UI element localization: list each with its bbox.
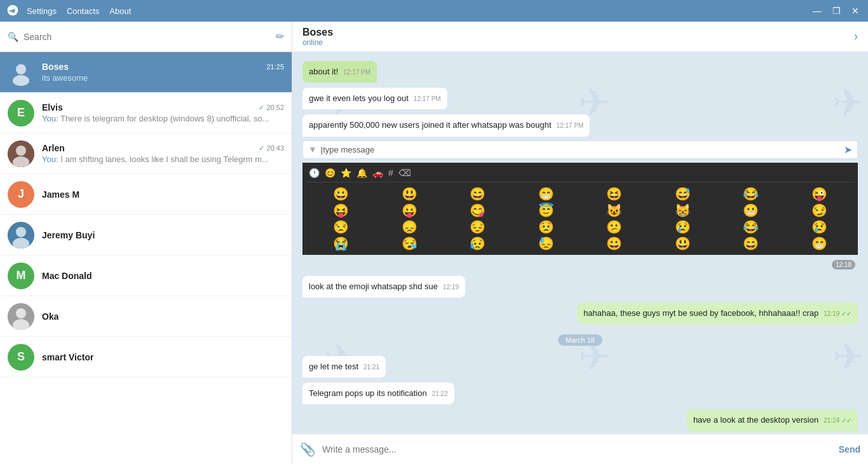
emoji-bell-icon[interactable]: 🔔 — [356, 168, 367, 178]
emoji-item[interactable]: 😏 — [786, 203, 853, 218]
emoji-item[interactable]: 😆 — [581, 186, 648, 201]
about-menu[interactable]: About — [109, 6, 131, 16]
message-time: 12:17 PM — [557, 122, 584, 129]
contact-time: ✓20:43 — [259, 144, 284, 153]
contact-header: Elvis ✓20:52 — [42, 102, 284, 113]
app-logo — [6, 4, 19, 18]
message-bubble: Telegram pops up its notification21:22 — [302, 383, 454, 404]
emoji-item[interactable]: 😃 — [649, 236, 717, 251]
chat-info-arrow[interactable]: › — [854, 30, 858, 43]
emoji-item[interactable]: 😥 — [444, 236, 512, 251]
emoji-item[interactable]: 😄 — [444, 186, 512, 201]
contact-header: Arlen ✓20:43 — [42, 143, 284, 153]
check-icon: ✓ — [259, 144, 264, 152]
emoji-item[interactable]: 😕 — [581, 219, 648, 235]
emoji-star-icon[interactable]: ⭐ — [341, 168, 351, 178]
message-time: 12:19 — [443, 283, 459, 290]
emoji-item[interactable]: 😂 — [717, 186, 785, 201]
chat-header-info: Boses online — [302, 27, 854, 47]
minimize-button[interactable]: — — [811, 6, 824, 16]
search-input[interactable] — [24, 32, 276, 42]
contact-preview: You: There is telegram for desktop (wind… — [42, 114, 284, 123]
emoji-item[interactable]: 😺 — [581, 203, 648, 218]
contact-header: smart Victor — [42, 352, 284, 362]
contact-item-smart-victor[interactable]: S smart Victor — [0, 337, 292, 378]
compose-in-chat-row: ▼ ➤ 🕐 😊 ⭐ 🔔 🚗 # ⌫ 😀😃😄😁😆😅😂😜😝😛😋😇😺😸😬😏😒😞😔😟 — [302, 140, 858, 257]
contact-header: Oka — [42, 311, 284, 322]
emoji-item[interactable]: 😂 — [717, 219, 785, 235]
contact-time: 21:25 — [266, 63, 284, 71]
avatar — [8, 59, 34, 86]
contact-info: Boses 21:25 its awesome — [42, 62, 284, 83]
emoji-delete-icon[interactable]: ⌫ — [398, 168, 411, 178]
emoji-item[interactable]: 😄 — [717, 236, 785, 251]
message-input[interactable] — [322, 444, 832, 454]
emoji-item[interactable]: 😋 — [444, 203, 512, 218]
emoji-item[interactable]: 😔 — [444, 219, 512, 235]
emoji-item[interactable]: 😝 — [308, 203, 375, 218]
contact-item-jeremy[interactable]: Jeremy Buyi — [0, 215, 292, 256]
check-icon: ✓ — [259, 104, 264, 111]
attach-icon[interactable]: 📎 — [300, 442, 316, 457]
contact-name: Boses — [42, 62, 69, 72]
emoji-picker-trigger[interactable]: ▼ — [308, 144, 317, 154]
emoji-recent-icon[interactable]: 🕐 — [309, 168, 320, 178]
contact-name: smart Victor — [42, 352, 93, 362]
contact-info: Jeremy Buyi — [42, 230, 284, 240]
search-bar: 🔍 ✏ — [0, 22, 292, 52]
emoji-item[interactable]: 😢 — [649, 219, 717, 235]
emoji-item[interactable]: 😅 — [649, 186, 717, 201]
chat-contact-name: Boses — [302, 27, 854, 38]
contact-item-james[interactable]: J James M — [0, 174, 292, 215]
contact-item-elvis[interactable]: E Elvis ✓20:52 You: There is telegram fo… — [0, 93, 292, 133]
date-separator: March 18 — [302, 334, 858, 346]
emoji-item[interactable]: 😁 — [786, 236, 853, 251]
emoji-item[interactable]: 😸 — [649, 203, 717, 218]
emoji-item[interactable]: 😀 — [581, 236, 648, 251]
close-button[interactable]: ✕ — [849, 6, 862, 16]
emoji-item[interactable]: 😟 — [513, 219, 580, 235]
message-row: hahahaa, these guys myt be sued by faceb… — [302, 303, 858, 324]
emoji-item[interactable]: 😜 — [786, 186, 853, 201]
contact-name: Arlen — [42, 143, 65, 153]
menu-bar: Settings Contacts About — [27, 6, 811, 16]
date-label: March 18 — [558, 334, 602, 346]
contact-item-boses[interactable]: Boses 21:25 its awesome — [0, 52, 292, 93]
contacts-menu[interactable]: Contacts — [67, 6, 99, 16]
settings-menu[interactable]: Settings — [27, 6, 57, 16]
contact-item-oka[interactable]: Oka — [0, 296, 292, 337]
emoji-hash-icon[interactable]: # — [388, 168, 393, 178]
emoji-item[interactable]: 😛 — [376, 203, 444, 218]
contact-name: Jeremy Buyi — [42, 230, 95, 240]
message-row: apparently 500,000 new users joined it a… — [302, 114, 858, 136]
emoji-toolbar: 🕐 😊 ⭐ 🔔 🚗 # ⌫ — [305, 167, 855, 182]
emoji-item[interactable]: 😁 — [513, 186, 580, 201]
send-button[interactable]: Send — [839, 444, 860, 454]
emoji-item[interactable]: 😇 — [513, 203, 580, 218]
emoji-item[interactable]: 😢 — [786, 219, 853, 235]
emoji-item[interactable]: 😀 — [308, 186, 375, 201]
chat-messages: about it!12:17 PMgwe it even lets you lo… — [292, 52, 868, 433]
type-message-input[interactable] — [321, 145, 844, 154]
emoji-smile-icon[interactable]: 😊 — [325, 168, 336, 178]
chat-contact-status: online — [302, 38, 854, 47]
emoji-car-icon[interactable]: 🚗 — [372, 168, 383, 178]
contact-preview: You: I am shfting lanes, looks like I sh… — [42, 154, 284, 164]
contact-list: Boses 21:25 its awesome E Elvis ✓20:52 Y… — [0, 52, 292, 464]
emoji-item[interactable]: 😃 — [376, 186, 444, 201]
emoji-item[interactable]: 😭 — [308, 236, 375, 251]
contact-item-macdonald[interactable]: M Mac Donald — [0, 256, 292, 296]
maximize-button[interactable]: ❐ — [830, 6, 843, 16]
emoji-item[interactable]: 😞 — [376, 219, 444, 235]
emoji-item[interactable]: 😓 — [513, 236, 580, 251]
emoji-item[interactable]: 😬 — [717, 203, 785, 218]
contact-item-arlen[interactable]: Arlen ✓20:43 You: I am shfting lanes, lo… — [0, 133, 292, 174]
send-in-chat-button[interactable]: ➤ — [844, 144, 852, 156]
svg-point-10 — [16, 308, 26, 318]
compose-bar: 📎 Send — [292, 433, 868, 464]
emoji-item[interactable]: 😪 — [376, 236, 444, 251]
emoji-item[interactable]: 😒 — [308, 219, 375, 235]
message-bubble: about it!12:17 PM — [302, 61, 377, 83]
contact-name: James M — [42, 189, 79, 200]
compose-icon[interactable]: ✏ — [276, 31, 284, 43]
